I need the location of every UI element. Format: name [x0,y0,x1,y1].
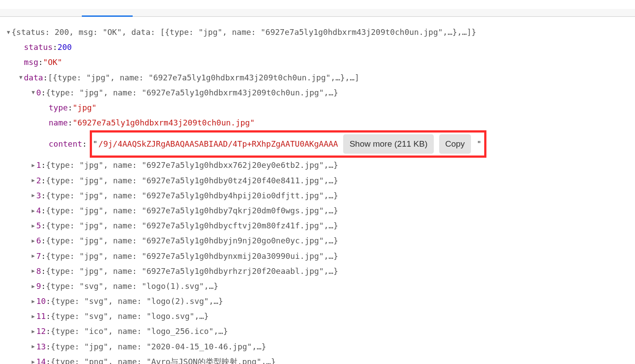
colon: : [41,173,46,188]
item-4-line[interactable]: 4: {type: "jpg", name: "6927e7a5ly1g0hdb… [5,203,635,218]
colon: : [43,70,48,85]
item-preview: {type: "jpg", name: "6927e7a5ly1g0hdbynx… [46,249,338,264]
item-0-preview: {type: "jpg", name: "6927e7a5ly1g0hdbxrm… [46,85,338,100]
colon: : [46,309,51,324]
content-key: content [49,136,82,152]
item-0-type-line[interactable]: type: "jpg" [5,100,635,115]
expand-arrow-icon[interactable] [30,190,36,201]
expand-arrow-icon[interactable] [30,206,36,216]
expand-arrow-icon[interactable] [30,357,36,364]
item-index-key: 1 [36,158,41,173]
collapse-arrow-icon[interactable] [5,27,11,38]
item-index-key: 4 [36,203,41,218]
item-1-line[interactable]: 1: {type: "jpg", name: "6927e7a5ly1g0hdb… [5,158,635,173]
colon: : [41,264,46,279]
type-value: "jpg" [73,100,96,115]
colon: : [46,339,51,354]
item-index-key: 6 [36,233,41,248]
item-8-line[interactable]: 8: {type: "jpg", name: "6927e7a5ly1g0hdb… [5,264,635,279]
item-index-key: 9 [36,279,41,294]
item-13-line[interactable]: 13: {type: "jpg", name: "2020-04-15_10-4… [5,339,635,354]
item-preview: {type: "svg", name: "logo.svg",…} [51,309,209,324]
expand-arrow-icon[interactable] [30,341,36,352]
item-6-line[interactable]: 6: {type: "jpg", name: "6927e7a5ly1g0hdb… [5,233,635,248]
root-object-preview: {status: 200, msg: "OK", data: [{type: "… [11,25,476,40]
item-preview: {type: "png", name: "Avro与JSON的类型映射.png"… [51,354,276,364]
status-key: status [24,40,53,55]
colon: : [38,55,43,70]
colon: : [46,324,51,339]
item-preview: {type: "ico", name: "logo_256.ico",…} [51,324,228,339]
colon: : [41,233,46,248]
item-0-name-line[interactable]: name: "6927e7a5ly1g0hdbxrm43j209t0ch0un.… [5,115,635,130]
item-11-line[interactable]: 11: {type: "svg", name: "logo.svg",…} [5,309,635,324]
item-3-line[interactable]: 3: {type: "jpg", name: "6927e7a5ly1g0hdb… [5,188,635,203]
expand-arrow-icon[interactable] [30,175,36,186]
expand-arrow-icon[interactable] [30,326,36,337]
colon: : [82,136,87,152]
item-index-key: 11 [36,309,46,324]
expand-arrow-icon[interactable] [30,311,36,322]
show-more-button[interactable]: Show more (211 KB) [343,134,433,154]
expand-arrow-icon[interactable] [30,296,36,307]
item-preview: {type: "jpg", name: "6927e7a5ly1g0hdbyjn… [46,233,338,248]
item-7-line[interactable]: 7: {type: "jpg", name: "6927e7a5ly1g0hdb… [5,249,635,264]
collapse-arrow-icon[interactable] [18,72,24,83]
item-index-key: 14 [36,354,46,364]
item-2-line[interactable]: 2: {type: "jpg", name: "6927e7a5ly1g0hdb… [5,173,635,188]
data-line[interactable]: data: [{type: "jpg", name: "6927e7a5ly1g… [5,70,635,85]
status-line[interactable]: status: 200 [5,40,635,55]
item-10-line[interactable]: 10: {type: "svg", name: "logo(2).svg",…} [5,294,635,309]
colon: : [41,158,46,173]
status-value: 200 [57,40,72,55]
item-preview: {type: "jpg", name: "6927e7a5ly1g0hdby0t… [46,173,338,188]
collapse-arrow-icon[interactable] [30,87,36,98]
expand-arrow-icon[interactable] [30,251,36,261]
data-key: data [24,70,43,85]
item-preview: {type: "jpg", name: "6927e7a5ly1g0hdbxx7… [46,158,338,173]
colon: : [41,85,46,100]
item-index-key: 12 [36,324,46,339]
colon: : [68,115,73,130]
open-quote: " [93,136,98,152]
name-value: "6927e7a5ly1g0hdbxrm43j209t0ch0un.jpg" [73,115,255,130]
colon: : [41,279,46,294]
copy-button[interactable]: Copy [439,134,471,154]
data-array-preview: [{type: "jpg", name: "6927e7a5ly1g0hdbxr… [48,70,359,85]
expand-arrow-icon[interactable] [30,236,36,246]
msg-line[interactable]: msg: "OK" [5,55,635,70]
item-9-line[interactable]: 9: {type: "svg", name: "logo(1).svg",…} [5,279,635,294]
colon: : [41,218,46,233]
item-5-line[interactable]: 5: {type: "jpg", name: "6927e7a5ly1g0hdb… [5,218,635,233]
colon: : [41,203,46,218]
item-preview: {type: "svg", name: "logo(1).svg",…} [46,279,218,294]
devtools-tabs-bar [0,9,635,17]
item-index-key: 3 [36,188,41,203]
expand-arrow-icon[interactable] [30,266,36,276]
item-preview: {type: "svg", name: "logo(2).svg",…} [51,294,223,309]
colon: : [46,294,51,309]
item-0-line[interactable]: 0: {type: "jpg", name: "6927e7a5ly1g0hdb… [5,85,635,100]
colon: : [46,354,51,364]
colon: : [53,40,57,55]
item-12-line[interactable]: 12: {type: "ico", name: "logo_256.ico",…… [5,324,635,339]
highlighted-content-box: "/9j/4AAQSkZJRgABAQAASABIAAD/4Tp+RXhpZgA… [90,130,486,158]
item-14-line[interactable]: 14: {type: "png", name: "Avro与JSON的类型映射.… [5,354,635,364]
expand-arrow-icon[interactable] [30,281,36,292]
colon: : [41,249,46,264]
close-quote: " [472,136,482,152]
item-preview: {type: "jpg", name: "6927e7a5ly1g0hdby4h… [46,188,338,203]
item-index-key: 5 [36,218,41,233]
item-0-key: 0 [36,85,41,100]
json-preview-tree: {status: 200, msg: "OK", data: [{type: "… [0,17,635,364]
item-index-key: 13 [36,339,46,354]
item-preview: {type: "jpg", name: "6927e7a5ly1g0hdbyrh… [46,264,338,279]
active-tab-indicator [82,15,133,17]
item-0-content-line[interactable]: content: "/9j/4AAQSkZJRgABAQAASABIAAD/4T… [5,130,635,158]
root-object-line[interactable]: {status: 200, msg: "OK", data: [{type: "… [5,25,635,40]
type-key: type [49,100,68,115]
expand-arrow-icon[interactable] [30,221,36,231]
item-index-key: 10 [36,294,46,309]
item-preview: {type: "jpg", name: "2020-04-15_10-46.jp… [51,339,267,354]
expand-arrow-icon[interactable] [30,160,36,171]
